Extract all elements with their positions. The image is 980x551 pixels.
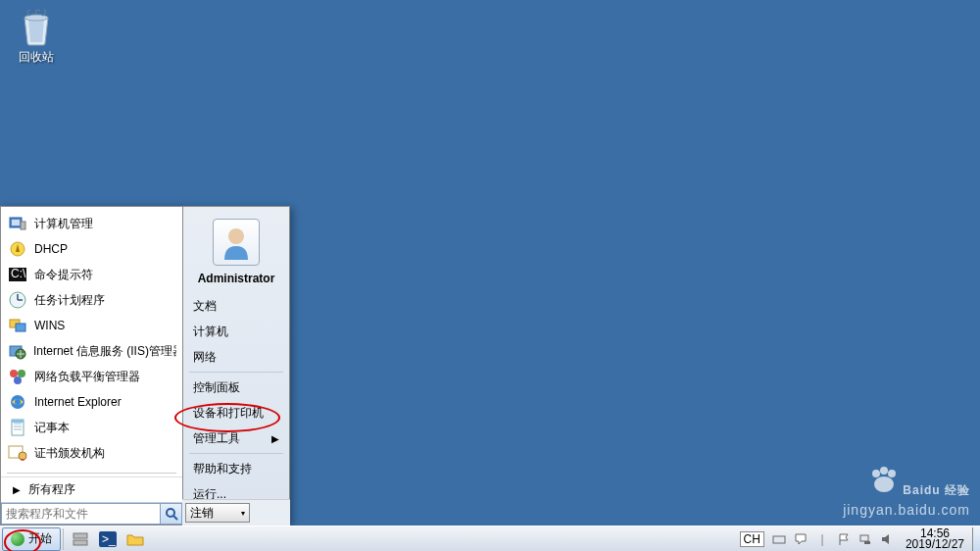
app-dhcp[interactable]: DHCP bbox=[1, 236, 182, 262]
quicklaunch: >_ bbox=[63, 528, 152, 550]
app-label: 记事本 bbox=[34, 420, 70, 436]
watermark-text2: jingyan.baidu.com bbox=[843, 502, 970, 518]
clock[interactable]: 14:56 2019/12/27 bbox=[898, 528, 972, 550]
all-programs-label: 所有程序 bbox=[28, 481, 75, 498]
paw-icon bbox=[869, 467, 899, 497]
menu-label: 控制面板 bbox=[193, 379, 240, 396]
ql-server-manager[interactable] bbox=[70, 529, 91, 549]
action-center-icon bbox=[794, 532, 808, 546]
tray-icon-4[interactable] bbox=[857, 530, 874, 548]
ime-label: CH bbox=[744, 532, 760, 546]
app-label: Internet 信息服务 (IIS)管理器 bbox=[33, 343, 176, 360]
start-orb-icon bbox=[11, 532, 24, 546]
menu-help-support[interactable]: 帮助和支持 bbox=[183, 456, 289, 481]
separator bbox=[7, 473, 176, 474]
menu-computer[interactable]: 计算机 bbox=[183, 319, 289, 344]
user-avatar[interactable] bbox=[213, 219, 260, 266]
start-button[interactable]: 开始 bbox=[2, 527, 61, 551]
menu-admin-tools[interactable]: 管理工具▶ bbox=[183, 426, 289, 451]
triangle-right-icon: ▶ bbox=[13, 484, 21, 495]
svg-rect-38 bbox=[860, 535, 868, 541]
svg-rect-23 bbox=[12, 420, 24, 423]
svg-point-14 bbox=[10, 370, 18, 377]
app-label: 网络负载平衡管理器 bbox=[34, 369, 140, 385]
svg-point-25 bbox=[19, 452, 26, 460]
svg-rect-34 bbox=[74, 540, 87, 545]
computer-management-icon bbox=[7, 214, 28, 233]
submenu-arrow-icon: ▶ bbox=[271, 433, 279, 444]
menu-label: 帮助和支持 bbox=[193, 461, 252, 477]
user-icon bbox=[219, 225, 254, 260]
svg-text:>_: >_ bbox=[102, 532, 116, 546]
app-label: 证书颁发机构 bbox=[34, 445, 105, 462]
app-iis-manager[interactable]: Internet 信息服务 (IIS)管理器 bbox=[1, 338, 182, 364]
volume-icon bbox=[880, 532, 894, 546]
svg-text:C:\: C:\ bbox=[11, 268, 26, 280]
flag-icon bbox=[837, 532, 851, 546]
scheduler-icon bbox=[7, 290, 28, 310]
menu-documents[interactable]: 文档 bbox=[183, 293, 289, 319]
ie-icon bbox=[7, 392, 28, 412]
app-commandprompt[interactable]: C:\ 命令提示符 bbox=[1, 262, 182, 287]
logoff-button[interactable]: 注销 ▾ bbox=[185, 503, 250, 523]
cert-icon bbox=[7, 443, 28, 463]
network-icon bbox=[858, 532, 872, 546]
app-wins[interactable]: WINS bbox=[1, 313, 182, 338]
taskbar: 开始 >_ CH | 14:56 2019/12/27 bbox=[0, 526, 980, 551]
menu-devices-printers[interactable]: 设备和打印机 bbox=[183, 400, 289, 426]
ql-powershell[interactable]: >_ bbox=[97, 529, 119, 549]
menu-label: 管理工具 bbox=[193, 430, 240, 447]
tray-icon-2[interactable] bbox=[792, 530, 809, 548]
menu-network[interactable]: 网络 bbox=[183, 344, 289, 370]
tray-icon-5[interactable] bbox=[878, 530, 896, 548]
wins-icon bbox=[7, 316, 28, 335]
server-icon bbox=[72, 531, 89, 547]
desktop-icon-recycle-bin[interactable]: 回收站 bbox=[8, 6, 65, 66]
tray-separator: | bbox=[813, 530, 831, 548]
svg-point-15 bbox=[18, 370, 25, 377]
tray-icon-3[interactable] bbox=[835, 530, 853, 548]
search-button[interactable] bbox=[161, 503, 182, 525]
nlb-icon bbox=[7, 367, 28, 386]
app-notepad[interactable]: 记事本 bbox=[1, 415, 182, 440]
tray-icon-1[interactable] bbox=[770, 530, 788, 548]
watermark: Baidu 经验 jingyan.baidu.com bbox=[843, 466, 970, 518]
svg-rect-37 bbox=[773, 536, 785, 543]
svg-point-16 bbox=[14, 376, 22, 384]
app-computer-management[interactable]: 计算机管理 bbox=[1, 211, 182, 236]
clock-date: 2019/12/27 bbox=[906, 539, 964, 550]
start-menu: 计算机管理 DHCP C:\ 命令提示符 任务计划程序 WINS Interne… bbox=[0, 206, 290, 526]
menu-control-panel[interactable]: 控制面板 bbox=[183, 375, 289, 400]
powershell-icon: >_ bbox=[99, 531, 117, 547]
svg-rect-2 bbox=[12, 220, 20, 225]
app-nlb-manager[interactable]: 网络负载平衡管理器 bbox=[1, 364, 182, 389]
svg-point-32 bbox=[874, 476, 894, 492]
svg-point-28 bbox=[228, 228, 244, 244]
start-menu-left-pane: 计算机管理 DHCP C:\ 命令提示符 任务计划程序 WINS Interne… bbox=[0, 206, 182, 526]
app-task-scheduler[interactable]: 任务计划程序 bbox=[1, 287, 182, 313]
logoff-label: 注销 bbox=[190, 505, 214, 522]
separator bbox=[189, 453, 283, 454]
app-internet-explorer[interactable]: Internet Explorer bbox=[1, 389, 182, 415]
show-desktop-button[interactable] bbox=[972, 527, 980, 551]
svg-rect-3 bbox=[21, 222, 25, 229]
recycle-bin-label: 回收站 bbox=[8, 49, 65, 66]
search-row bbox=[1, 502, 182, 525]
cmd-icon: C:\ bbox=[7, 265, 28, 284]
app-certificate-authority[interactable]: 证书颁发机构 bbox=[1, 440, 182, 466]
logoff-row: 注销 ▾ bbox=[182, 499, 290, 526]
start-menu-right-pane: Administrator 文档 计算机 网络 控制面板 设备和打印机 管理工具… bbox=[182, 206, 290, 526]
svg-rect-39 bbox=[864, 541, 870, 544]
ql-explorer[interactable] bbox=[124, 529, 146, 549]
svg-point-26 bbox=[167, 509, 174, 517]
app-label: DHCP bbox=[34, 242, 68, 256]
search-input[interactable] bbox=[1, 503, 161, 525]
all-programs[interactable]: ▶ 所有程序 bbox=[1, 476, 182, 502]
ime-indicator[interactable]: CH bbox=[740, 531, 764, 547]
svg-point-31 bbox=[888, 470, 896, 477]
menu-label: 计算机 bbox=[193, 324, 228, 340]
svg-point-30 bbox=[880, 467, 888, 475]
dropdown-arrow-icon: ▾ bbox=[241, 509, 245, 518]
keyboard-icon bbox=[772, 532, 786, 546]
watermark-text1: Baidu 经验 bbox=[903, 483, 970, 497]
